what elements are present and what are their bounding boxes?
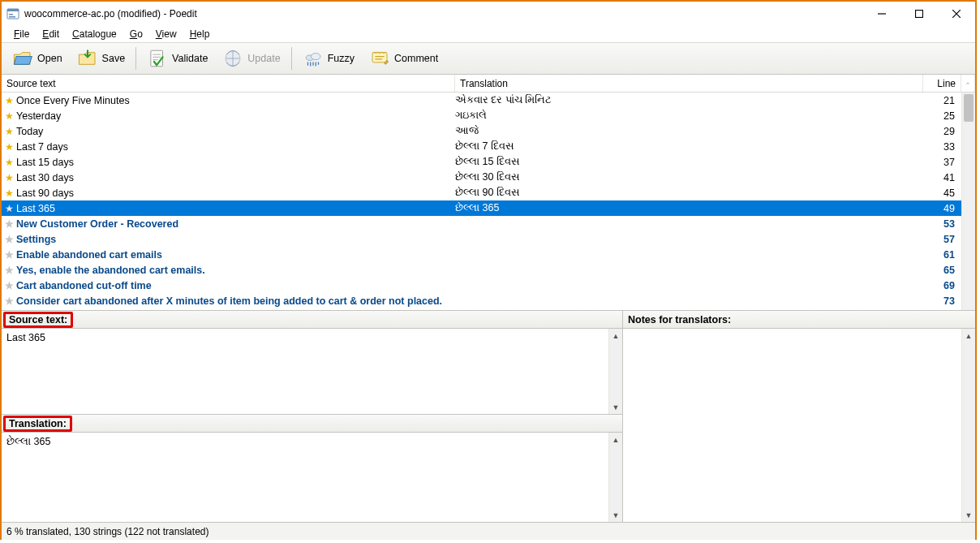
star-icon: ★ xyxy=(2,95,16,106)
scroll-down-icon[interactable]: ▼ xyxy=(962,508,975,522)
column-source[interactable]: Source text xyxy=(2,75,455,92)
table-row[interactable]: ★Todayઆજે29 xyxy=(2,123,961,139)
minimize-button[interactable] xyxy=(863,2,900,26)
row-source-text: Last 7 days xyxy=(16,141,455,153)
row-line-number: 37 xyxy=(923,157,961,168)
source-text-panel-header: Source text: xyxy=(2,311,622,329)
maximize-button[interactable] xyxy=(900,2,938,26)
scroll-up-icon[interactable]: ▲ xyxy=(962,329,975,343)
save-button[interactable]: Save xyxy=(70,45,133,72)
translation-input[interactable] xyxy=(2,433,608,522)
row-translation-text: આજે xyxy=(455,125,923,137)
row-line-number: 33 xyxy=(923,141,961,153)
comment-button[interactable]: Comment xyxy=(362,45,445,72)
row-line-number: 69 xyxy=(923,280,961,291)
row-translation-text: છેલ્લા 90 દિવસ xyxy=(455,187,923,199)
menu-catalogue[interactable]: Catalogue xyxy=(67,27,122,41)
row-line-number: 61 xyxy=(923,249,961,261)
titlebar: woocommerce-ac.po (modified) - Poedit xyxy=(2,2,975,26)
open-icon xyxy=(12,48,33,69)
table-row[interactable]: ★Consider cart abandoned after X minutes… xyxy=(2,293,961,308)
toolbar: Open Save Validate Update xyxy=(2,42,975,75)
row-translation-text: છેલ્લા 30 દિવસ xyxy=(455,171,923,183)
source-text-scrollbar[interactable]: ▲ ▼ xyxy=(608,329,622,414)
translation-grid[interactable]: ★Once Every Five Minutesએકવાર દર પાંચ મિ… xyxy=(2,93,961,310)
close-button[interactable] xyxy=(938,2,975,26)
translation-scrollbar[interactable]: ▲ ▼ xyxy=(608,433,622,522)
table-row[interactable]: ★Last 7 daysછેલ્લા 7 દિવસ33 xyxy=(2,139,961,154)
open-button[interactable]: Open xyxy=(5,45,70,72)
star-icon: ★ xyxy=(2,110,16,122)
table-row[interactable]: ★Cart abandoned cut-off time69 xyxy=(2,278,961,293)
translation-label: Translation: xyxy=(3,416,72,432)
table-row[interactable]: ★Yesterdayગઇકાલે25 xyxy=(2,108,961,123)
row-line-number: 73 xyxy=(923,295,961,307)
row-line-number: 53 xyxy=(923,218,961,230)
column-translation[interactable]: Translation xyxy=(455,75,923,92)
table-row[interactable]: ★Settings57 xyxy=(2,231,961,247)
grid-scrollbar[interactable] xyxy=(961,93,975,310)
scroll-up-icon[interactable]: ▲ xyxy=(609,329,622,343)
table-row[interactable]: ★Enable abandoned cart emails61 xyxy=(2,247,961,262)
notes-label: Notes for translators: xyxy=(628,314,731,325)
column-scroll-spacer xyxy=(961,75,975,92)
validate-button[interactable]: Validate xyxy=(140,45,215,72)
table-row[interactable]: ★Last 15 daysછેલ્લા 15 દિવસ37 xyxy=(2,154,961,170)
window-title: woocommerce-ac.po (modified) - Poedit xyxy=(24,8,863,19)
table-row[interactable]: ★New Customer Order - Recovered53 xyxy=(2,216,961,231)
table-row[interactable]: ★Yes, enable the abandoned cart emails.6… xyxy=(2,262,961,278)
row-source-text: Once Every Five Minutes xyxy=(16,95,455,106)
menu-edit[interactable]: Edit xyxy=(37,27,65,41)
row-source-text: New Customer Order - Recovered xyxy=(16,218,455,230)
row-source-text: Last 15 days xyxy=(16,157,455,168)
open-label: Open xyxy=(37,53,62,64)
row-translation-text: છેલ્લા 365 xyxy=(455,202,923,214)
row-source-text: Consider cart abandoned after X minutes … xyxy=(16,295,455,307)
row-translation-text: એકવાર દર પાંચ મિનિટ xyxy=(455,94,923,106)
row-line-number: 29 xyxy=(923,126,961,137)
menu-file[interactable]: File xyxy=(8,27,35,41)
star-icon: ★ xyxy=(2,265,16,276)
svg-point-8 xyxy=(311,54,320,60)
row-source-text: Cart abandoned cut-off time xyxy=(16,280,455,291)
table-row[interactable]: ★Last 30 daysછેલ્લા 30 દિવસ41 xyxy=(2,170,961,185)
update-button[interactable]: Update xyxy=(215,45,287,72)
scrollbar-thumb[interactable] xyxy=(964,94,974,122)
validate-label: Validate xyxy=(172,53,208,64)
menu-view[interactable]: View xyxy=(150,27,183,41)
menu-go[interactable]: Go xyxy=(124,27,148,41)
menu-help[interactable]: Help xyxy=(184,27,216,41)
svg-rect-3 xyxy=(9,16,15,18)
row-line-number: 57 xyxy=(923,234,961,245)
fuzzy-icon xyxy=(303,48,324,69)
star-icon: ★ xyxy=(2,203,16,214)
row-source-text: Last 365 xyxy=(16,203,455,214)
row-line-number: 41 xyxy=(923,172,961,183)
row-source-text: Today xyxy=(16,126,455,137)
row-translation-text: ગઇકાલે xyxy=(455,110,923,122)
row-source-text: Enable abandoned cart emails xyxy=(16,249,455,261)
table-row[interactable]: ★Last 90 daysછેલ્લા 90 દિવસ45 xyxy=(2,185,961,200)
table-row[interactable]: ★Once Every Five Minutesએકવાર દર પાંચ મિ… xyxy=(2,93,961,108)
row-source-text: Settings xyxy=(16,234,455,245)
star-icon: ★ xyxy=(2,126,16,137)
star-icon: ★ xyxy=(2,280,16,291)
scroll-down-icon[interactable]: ▼ xyxy=(609,508,622,522)
table-row[interactable]: ★Last 365છેલ્લા 36549 xyxy=(2,200,961,216)
app-icon xyxy=(6,7,19,20)
notes-scrollbar[interactable]: ▲ ▼ xyxy=(961,329,975,522)
menubar: File Edit Catalogue Go View Help xyxy=(2,26,975,42)
row-source-text: Yes, enable the abandoned cart emails. xyxy=(16,265,455,276)
svg-rect-1 xyxy=(7,9,19,11)
update-icon xyxy=(222,48,243,69)
star-icon: ★ xyxy=(2,141,16,153)
column-line[interactable]: Line xyxy=(923,75,961,92)
scroll-down-icon[interactable]: ▼ xyxy=(609,400,622,414)
notes-panel-header: Notes for translators: xyxy=(623,311,975,329)
toolbar-separator xyxy=(291,47,292,70)
fuzzy-button[interactable]: Fuzzy xyxy=(295,45,362,72)
source-text-value: Last 365 xyxy=(2,329,608,414)
star-icon: ★ xyxy=(2,172,16,183)
scroll-up-icon[interactable]: ▲ xyxy=(609,433,622,446)
statusbar: 6 % translated, 130 strings (122 not tra… xyxy=(2,522,975,540)
